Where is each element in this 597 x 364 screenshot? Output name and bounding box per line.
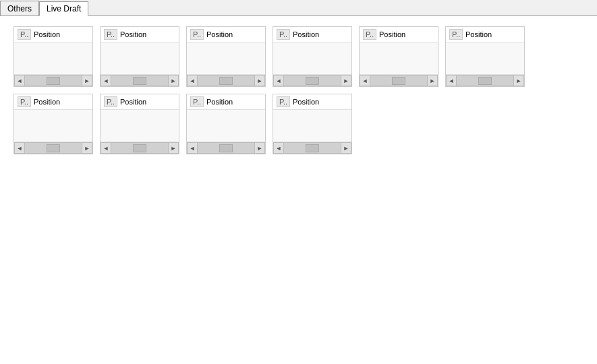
scroll-right-6[interactable]: ► xyxy=(513,75,524,86)
scroll-right-5[interactable]: ► xyxy=(427,75,438,86)
scroll-right-7[interactable]: ► xyxy=(82,142,92,154)
scroll-right-9[interactable]: ► xyxy=(254,142,265,154)
card-5: P.. Position ◄ ► xyxy=(359,26,438,87)
scroll-left-2[interactable]: ◄ xyxy=(101,75,111,86)
scroll-right-4[interactable]: ► xyxy=(341,75,351,86)
scroll-left-5[interactable]: ◄ xyxy=(360,75,370,86)
scroll-right-1[interactable]: ► xyxy=(82,75,92,86)
card-6: P.. Position ◄ ► xyxy=(445,26,525,87)
card-7: P.. Position ◄ ► xyxy=(13,94,93,154)
scroll-left-4[interactable]: ◄ xyxy=(273,75,284,86)
scroll-left-1[interactable]: ◄ xyxy=(14,75,25,86)
scroll-left-10[interactable]: ◄ xyxy=(273,142,284,154)
scroll-left-8[interactable]: ◄ xyxy=(101,142,111,154)
card-8: P.. Position ◄ ► xyxy=(100,94,179,154)
scroll-right-8[interactable]: ► xyxy=(168,142,179,154)
main-content: P.. Position ◄ ► P.. Position ◄ ► P.. Po… xyxy=(0,16,597,164)
card-9: P.. Position ◄ ► xyxy=(186,94,266,154)
tab-bar: Others Live Draft xyxy=(0,0,597,16)
scroll-left-6[interactable]: ◄ xyxy=(446,75,457,86)
tab-live-draft[interactable]: Live Draft xyxy=(39,1,88,16)
scroll-left-9[interactable]: ◄ xyxy=(187,142,198,154)
scroll-left-7[interactable]: ◄ xyxy=(14,142,25,154)
scroll-right-2[interactable]: ► xyxy=(168,75,179,86)
card-2: P.. Position ◄ ► xyxy=(100,26,179,87)
scroll-right-10[interactable]: ► xyxy=(341,142,351,154)
scroll-right-3[interactable]: ► xyxy=(254,75,265,86)
card-3: P.. Position ◄ ► xyxy=(186,26,266,87)
card-4: P.. Position ◄ ► xyxy=(273,26,352,87)
tab-others[interactable]: Others xyxy=(0,1,39,16)
card-10: P.. Position ◄ ► xyxy=(273,94,352,154)
scroll-left-3[interactable]: ◄ xyxy=(187,75,198,86)
card-1: P.. Position ◄ ► xyxy=(13,26,93,87)
